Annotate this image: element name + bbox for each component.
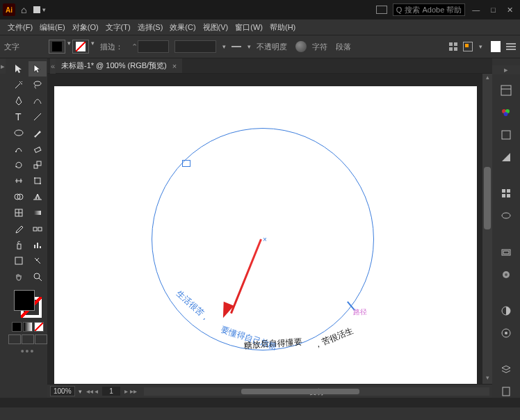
artboard-nav-next-icon[interactable]: ▸ ▸▸ xyxy=(124,387,137,395)
menu-select[interactable]: 选择(S) xyxy=(134,22,167,33)
width-tool[interactable] xyxy=(10,173,28,188)
artboard-nav-prev-icon[interactable]: ◂◂ ◂ xyxy=(86,387,99,395)
column-graph-tool[interactable] xyxy=(29,237,47,252)
expand-left-icon[interactable]: ▸ xyxy=(0,58,6,74)
menu-file[interactable]: 文件(F) xyxy=(4,22,36,33)
draw-normal-icon[interactable] xyxy=(8,334,21,344)
stroke-swatch[interactable] xyxy=(72,40,89,54)
menu-type[interactable]: 文字(T) xyxy=(102,22,134,33)
symbols-panel-icon[interactable] xyxy=(498,268,514,281)
color-guide-panel-icon[interactable] xyxy=(498,151,514,163)
shaper-tool[interactable] xyxy=(10,141,28,156)
hscroll-thumb[interactable] xyxy=(241,389,359,394)
close-button[interactable]: ✕ xyxy=(507,6,513,15)
artboard-tool[interactable] xyxy=(10,253,28,268)
home-icon[interactable]: ⌂ xyxy=(21,4,26,15)
horizontal-scrollbar[interactable]: 复制 xyxy=(144,387,489,396)
lasso-tool[interactable] xyxy=(29,77,47,92)
scale-tool[interactable] xyxy=(29,157,47,172)
layers-panel-icon[interactable] xyxy=(498,363,514,375)
fill-color-icon[interactable] xyxy=(14,290,35,311)
maximize-button[interactable]: □ xyxy=(491,6,496,15)
expand-tabs-icon[interactable]: « xyxy=(50,58,56,74)
menu-object[interactable]: 对象(O) xyxy=(69,22,102,33)
arrange-documents-button[interactable]: ▾ xyxy=(33,6,46,13)
pen-tool[interactable] xyxy=(10,93,28,108)
appearance-panel-icon[interactable] xyxy=(498,327,514,339)
magic-wand-tool[interactable] xyxy=(10,77,28,92)
perspective-grid-tool[interactable] xyxy=(29,189,47,204)
blend-tool[interactable] xyxy=(29,221,47,236)
rotate-tool[interactable] xyxy=(10,157,28,172)
svg-rect-24 xyxy=(501,86,511,95)
paragraph-link[interactable]: 段落 xyxy=(336,42,351,52)
draw-inside-icon[interactable] xyxy=(35,334,47,344)
stroke-profile[interactable] xyxy=(231,46,241,47)
type-tool[interactable]: T xyxy=(10,109,28,124)
asset-export-panel-icon[interactable] xyxy=(498,385,514,398)
canvas[interactable]: × 路径 生活很苦， 要懂得自己放糖 糖放后自得懂要 ，苦很活生 xyxy=(54,86,477,384)
eyedropper-tool[interactable] xyxy=(10,221,28,236)
transform-icon[interactable] xyxy=(463,42,473,51)
gradient-mode-icon[interactable] xyxy=(23,322,33,332)
transparency-panel-icon[interactable] xyxy=(498,305,514,317)
stroke-weight-field[interactable] xyxy=(138,40,169,53)
opacity-icon[interactable] xyxy=(295,41,307,52)
paintbrush-tool[interactable] xyxy=(29,125,47,140)
close-tab-icon[interactable]: × xyxy=(172,62,177,70)
frame-icon[interactable] xyxy=(376,6,387,14)
stroke-panel-icon[interactable] xyxy=(498,246,514,259)
zoom-tool[interactable] xyxy=(29,269,47,284)
color-mode-icon[interactable] xyxy=(12,322,22,332)
hand-tool[interactable] xyxy=(10,269,28,284)
color-panel-icon[interactable] xyxy=(498,106,514,119)
vertical-scrollbar[interactable]: ▴ ▾ xyxy=(482,74,492,384)
text-frame-handle[interactable] xyxy=(182,160,190,167)
slice-tool[interactable] xyxy=(29,253,47,268)
menu-effect[interactable]: 效果(C) xyxy=(166,22,199,33)
artboard-number-field[interactable]: 1 xyxy=(102,387,120,396)
character-link[interactable]: 字符 xyxy=(312,42,327,52)
document-tab[interactable]: 未标题-1* @ 100% (RGB/预览) × xyxy=(56,58,182,73)
search-input[interactable]: Q搜索 Adobe 帮助 xyxy=(393,3,465,16)
eraser-tool[interactable] xyxy=(29,141,47,156)
menu-edit[interactable]: 编辑(E) xyxy=(36,22,69,33)
none-mode-icon[interactable] xyxy=(34,322,44,332)
svg-rect-5 xyxy=(34,147,40,152)
curvature-tool[interactable] xyxy=(29,93,47,108)
menu-view[interactable]: 视图(V) xyxy=(200,22,232,33)
swatches-panel-icon[interactable] xyxy=(498,129,514,141)
path-text-segment: ，苦很活生 xyxy=(312,325,355,351)
scroll-up-icon[interactable]: ▴ xyxy=(482,74,492,83)
fill-stroke-control[interactable] xyxy=(13,289,43,319)
brush-definition[interactable] xyxy=(174,40,216,53)
brushes-panel-icon[interactable] xyxy=(498,209,514,222)
menu-help[interactable]: 帮助(H) xyxy=(266,22,299,33)
align-icon[interactable] xyxy=(449,42,457,51)
line-tool[interactable] xyxy=(29,109,47,124)
menu-window[interactable]: 窗口(W) xyxy=(231,22,266,33)
scroll-thumb[interactable] xyxy=(482,83,492,374)
ellipse-tool[interactable] xyxy=(10,125,28,140)
document-setup-icon[interactable] xyxy=(491,41,501,52)
free-transform-tool[interactable] xyxy=(29,173,47,188)
zoom-dropdown-icon[interactable]: ▾ xyxy=(79,388,82,395)
edit-toolbar-icon[interactable]: ••• xyxy=(21,346,35,357)
type-on-path-text[interactable]: 生活很苦， 要懂得自己放糖 糖放后自得懂要 ，苦很活生 xyxy=(165,296,374,352)
properties-panel-icon[interactable] xyxy=(498,84,514,97)
panel-menu-icon[interactable] xyxy=(506,43,516,50)
symbol-sprayer-tool[interactable] xyxy=(10,237,28,252)
gradient-tool[interactable] xyxy=(29,205,47,220)
selection-tool[interactable] xyxy=(10,61,28,76)
fill-swatch[interactable] xyxy=(49,40,65,54)
direct-selection-tool[interactable] xyxy=(29,61,47,76)
shape-builder-tool[interactable] xyxy=(10,189,28,204)
expand-panels-icon[interactable]: ▸ xyxy=(492,65,520,74)
zoom-level-field[interactable]: 100% xyxy=(50,386,75,396)
scroll-down-icon[interactable]: ▾ xyxy=(482,374,492,384)
minimize-button[interactable]: — xyxy=(472,6,480,15)
mesh-tool[interactable] xyxy=(10,205,28,220)
libraries-panel-icon[interactable] xyxy=(498,187,514,200)
toolbox: T xyxy=(8,58,47,398)
draw-behind-icon[interactable] xyxy=(22,334,34,344)
